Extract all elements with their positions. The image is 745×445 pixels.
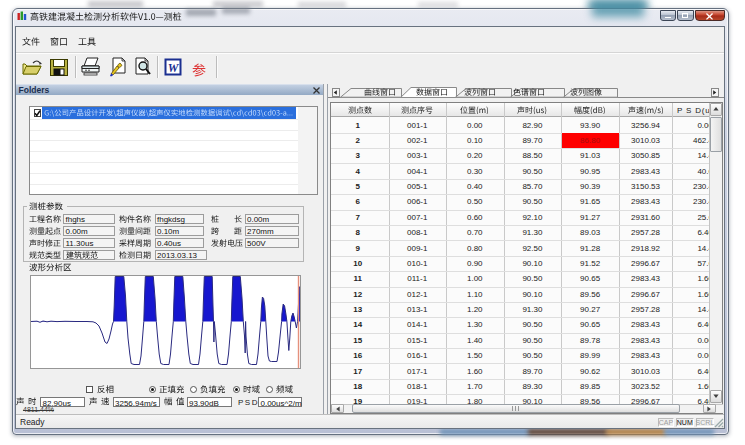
svg-text:W: W xyxy=(168,61,180,75)
